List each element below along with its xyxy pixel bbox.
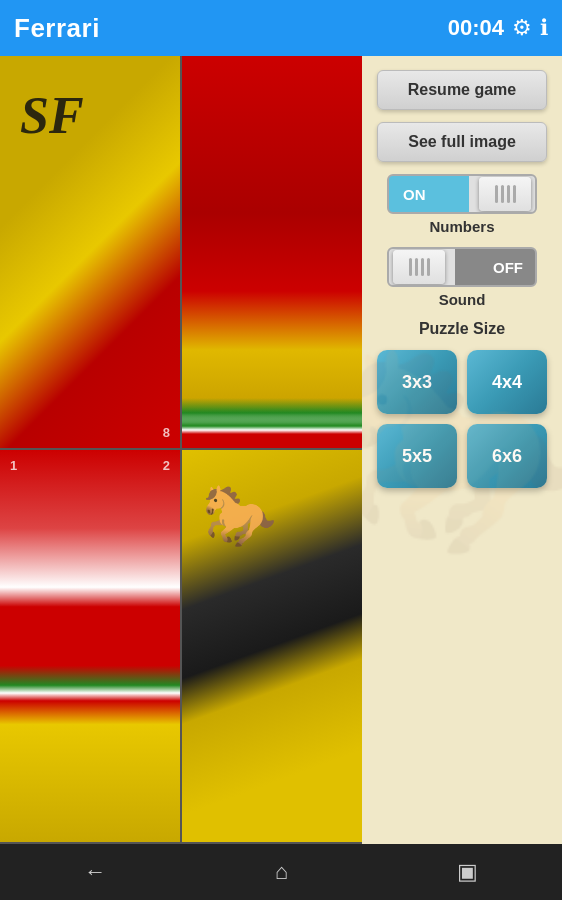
home-button[interactable]: ⌂: [275, 859, 288, 885]
puzzle-grid: 8 3 1 2 🐎 4 7: [0, 56, 362, 844]
numbers-toggle[interactable]: ON: [387, 174, 537, 214]
size-6x6[interactable]: 6x6: [467, 424, 547, 488]
cell-number-2: 3: [345, 425, 352, 440]
back-button[interactable]: ←: [84, 859, 106, 885]
numbers-on-text: ON: [403, 186, 426, 203]
recent-button[interactable]: ▣: [457, 859, 478, 885]
numbers-label: Numbers: [429, 218, 494, 235]
sound-toggle-handle: [393, 250, 445, 284]
main-content: 8 3 1 2 🐎 4 7: [0, 56, 562, 844]
nav-bar: ← ⌂ ▣: [0, 844, 562, 900]
sound-label: Sound: [439, 291, 486, 308]
puzzle-size-title: Puzzle Size: [419, 320, 505, 338]
numbers-toggle-wrapper: ON Numbers: [377, 174, 547, 235]
header: Ferrari 00:04 ⚙ ℹ: [0, 0, 562, 56]
right-panel: Resume game See full image ON Numbers: [362, 56, 562, 844]
sound-toggle[interactable]: OFF: [387, 247, 537, 287]
app-title: Ferrari: [14, 13, 100, 44]
puzzle-cell-1[interactable]: 8: [0, 56, 180, 448]
cell-number-1: 8: [163, 425, 170, 440]
size-5x5[interactable]: 5x5: [377, 424, 457, 488]
puzzle-cell-2[interactable]: 3: [182, 56, 362, 448]
size-3x3[interactable]: 3x3: [377, 350, 457, 414]
header-right: 00:04 ⚙ ℹ: [448, 15, 548, 41]
cell-number-4: 2: [163, 458, 170, 473]
sound-toggle-wrapper: OFF Sound: [377, 247, 547, 308]
puzzle-cell-3[interactable]: 1 2: [0, 450, 180, 842]
settings-icon[interactable]: ⚙: [512, 15, 532, 41]
puzzle-cell-4[interactable]: 🐎: [182, 450, 362, 842]
cell-number-3: 1: [10, 458, 17, 473]
timer-display: 00:04: [448, 15, 504, 41]
resume-button[interactable]: Resume game: [377, 70, 547, 110]
size-grid: 3x3 4x4 5x5 6x6: [377, 350, 547, 488]
full-image-button[interactable]: See full image: [377, 122, 547, 162]
info-icon[interactable]: ℹ: [540, 15, 548, 41]
size-4x4[interactable]: 4x4: [467, 350, 547, 414]
puzzle-panel: 8 3 1 2 🐎 4 7: [0, 56, 362, 844]
numbers-toggle-handle: [479, 177, 531, 211]
toggle-lines: [495, 185, 516, 203]
sound-toggle-lines: [409, 258, 430, 276]
sound-off-text: OFF: [493, 259, 523, 276]
